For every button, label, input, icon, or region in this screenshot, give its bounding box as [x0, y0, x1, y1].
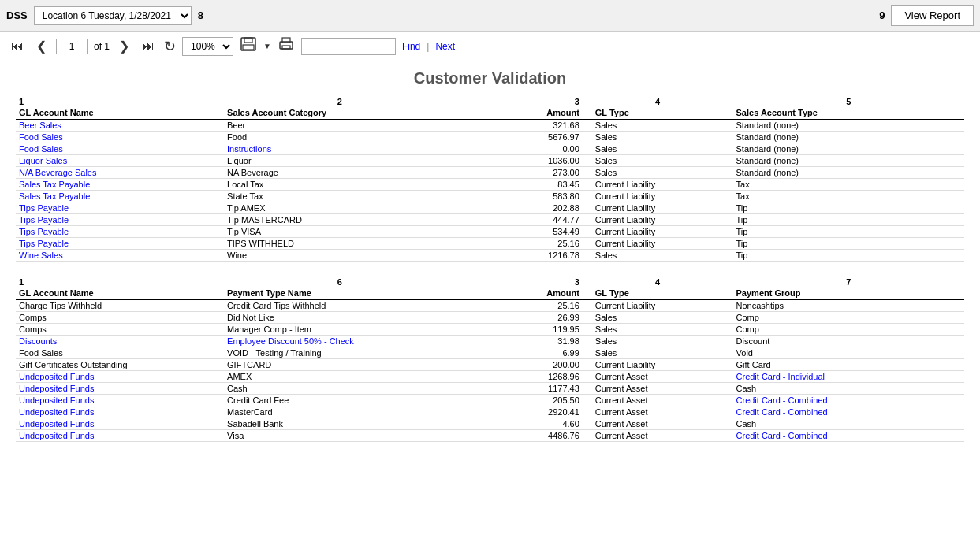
cell-amount: 202.88 — [479, 202, 583, 214]
cell-sales-account-type: Standard (none) — [733, 120, 964, 132]
table-row: Undeposited Funds AMEX 1268.96 Current A… — [16, 371, 964, 383]
svg-rect-0 — [241, 38, 255, 50]
cell-spacer1 — [201, 312, 224, 324]
report-title: Customer Validation — [16, 69, 964, 87]
cell-spacer1 — [201, 167, 224, 179]
cell-amount: 583.80 — [479, 191, 583, 202]
cell-gl-type: Sales — [583, 312, 733, 324]
cell-spacer1 — [201, 250, 224, 262]
cell-sales-category: Wine — [224, 250, 455, 262]
table-row: Undeposited Funds MasterCard 2920.41 Cur… — [16, 406, 964, 418]
table-row: Undeposited Funds Visa 4486.76 Current A… — [16, 430, 964, 442]
cell-gl-account: Comps — [16, 324, 201, 336]
cell-payment-type: Credit Card Tips Withheld — [224, 300, 455, 312]
s2-col-num-3: 3 — [479, 277, 583, 287]
cell-sales-account-type: Tax — [733, 179, 964, 191]
col-numbers-row1: 1 2 3 4 5 — [16, 97, 964, 106]
cell-spacer2 — [455, 324, 478, 336]
section1-table: 1 2 3 4 5 GL Account Name Sales Account … — [16, 97, 964, 262]
cell-amount: 1036.00 — [479, 155, 583, 167]
cell-sales-category: State Tax — [224, 191, 455, 202]
table-row: Tips Payable Tip VISA 534.49 Current Lia… — [16, 226, 964, 238]
cell-sales-category: Tip AMEX — [224, 202, 455, 214]
cell-gl-type: Current Liability — [583, 359, 733, 371]
cell-payment-group: Discount — [733, 336, 964, 347]
table-row: Wine Sales Wine 1216.78 Sales Tip — [16, 250, 964, 262]
cell-gl-type: Current Liability — [583, 214, 733, 226]
col-num-3: 3 — [479, 97, 583, 106]
cell-gl-type: Sales — [583, 167, 733, 179]
find-link[interactable]: Find — [402, 41, 420, 52]
col-header-spacer2 — [455, 106, 478, 120]
col-num-1: 1 — [16, 97, 201, 106]
cell-sales-category: Instructions — [224, 143, 455, 155]
table-row: Comps Manager Comp - Item 119.95 Sales C… — [16, 324, 964, 336]
cell-amount: 534.49 — [479, 226, 583, 238]
cell-gl-type: Sales — [583, 250, 733, 262]
last-page-button[interactable]: ⏭ — [139, 38, 158, 55]
cell-amount: 444.77 — [479, 214, 583, 226]
cell-gl-type: Current Liability — [583, 179, 733, 191]
s2-col-header-payment-group: Payment Group — [733, 287, 964, 300]
cell-spacer2 — [455, 202, 478, 214]
s2-col-header-spacer2 — [455, 287, 478, 300]
cell-gl-type: Current Liability — [583, 191, 733, 202]
first-page-button[interactable]: ⏮ — [8, 38, 27, 55]
cell-payment-type: GIFTCARD — [224, 359, 455, 371]
col-header-sales-account-type: Sales Account Type — [733, 106, 964, 120]
cell-gl-type: Sales — [583, 155, 733, 167]
table-row: Food Sales Instructions 0.00 Sales Stand… — [16, 143, 964, 155]
cell-payment-type: Sabadell Bank — [224, 418, 455, 430]
col-header-spacer1 — [201, 106, 224, 120]
cell-gl-account: Undeposited Funds — [16, 406, 201, 418]
cell-spacer1 — [201, 406, 224, 418]
save-button[interactable] — [240, 36, 257, 56]
search-input[interactable] — [301, 38, 396, 55]
s2-col-header-spacer1 — [201, 287, 224, 300]
cell-spacer2 — [455, 143, 478, 155]
next-page-button[interactable]: ❯ — [116, 37, 132, 55]
cell-payment-group: Cash — [733, 418, 964, 430]
cell-gl-account: Wine Sales — [16, 250, 201, 262]
cell-gl-account: Food Sales — [16, 132, 201, 143]
cell-payment-group: Comp — [733, 324, 964, 336]
s2-col-header-gl-type: GL Type — [583, 287, 733, 300]
s2-col-num-7: 7 — [733, 277, 964, 287]
cell-payment-group: Gift Card — [733, 359, 964, 371]
s2-col-num-blank2 — [455, 277, 478, 287]
cell-payment-type: Employee Discount 50% - Check — [224, 336, 455, 347]
cell-gl-type: Sales — [583, 336, 733, 347]
cell-payment-group: Comp — [733, 312, 964, 324]
cell-gl-type: Sales — [583, 143, 733, 155]
cell-gl-type: Current Asset — [583, 430, 733, 442]
refresh-button[interactable]: ↻ — [164, 38, 176, 55]
cell-gl-account: Tips Payable — [16, 226, 201, 238]
cell-spacer2 — [455, 312, 478, 324]
prev-page-button[interactable]: ❮ — [33, 37, 50, 55]
view-report-button[interactable]: View Report — [891, 5, 974, 26]
page-of-label: of 1 — [94, 41, 110, 52]
cell-sales-account-type: Tip — [733, 202, 964, 214]
cell-spacer2 — [455, 336, 478, 347]
cell-gl-account: Charge Tips Withheld — [16, 300, 201, 312]
table-row: Liquor Sales Liquor 1036.00 Sales Standa… — [16, 155, 964, 167]
cell-payment-group: Void — [733, 347, 964, 359]
s2-col-header-gl-account: GL Account Name — [16, 287, 201, 300]
page-input[interactable] — [56, 39, 88, 54]
cell-gl-type: Sales — [583, 324, 733, 336]
location-select[interactable]: Location 6 Tuesday, 1/28/2021 — [34, 6, 192, 25]
cell-spacer1 — [201, 418, 224, 430]
toolbar-num2: 9 — [879, 9, 885, 21]
print-button[interactable] — [278, 36, 295, 56]
cell-spacer1 — [201, 395, 224, 406]
save-dropdown-icon[interactable]: ▼ — [263, 42, 271, 50]
next-link[interactable]: Next — [435, 41, 455, 52]
cell-payment-group: Noncashtips — [733, 300, 964, 312]
zoom-select[interactable]: 100% 50% 75% 125% 150% 200% — [182, 37, 233, 56]
cell-spacer2 — [455, 406, 478, 418]
cell-sales-account-type: Standard (none) — [733, 167, 964, 179]
cell-sales-category: Tip MASTERCARD — [224, 214, 455, 226]
cell-gl-type: Current Liability — [583, 202, 733, 214]
cell-sales-category: Food — [224, 132, 455, 143]
cell-payment-type: AMEX — [224, 371, 455, 383]
